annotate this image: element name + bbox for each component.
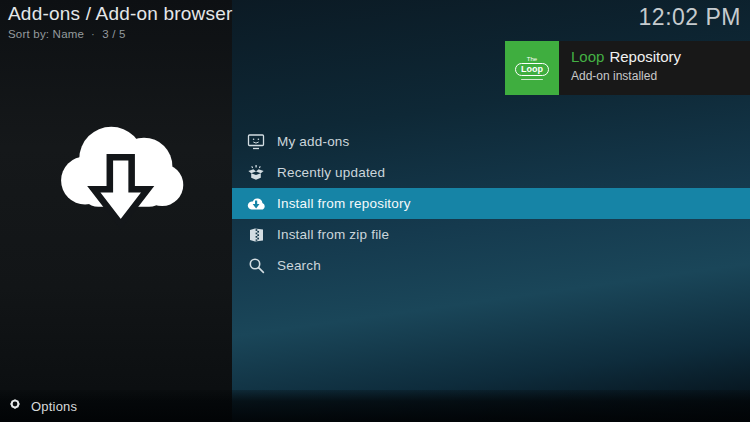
footer-bar: Options: [0, 390, 750, 422]
sort-status: Sort by: Name·3 / 5: [8, 28, 232, 40]
notification-toast: The Loop LoopRepository Add-on installed: [505, 41, 750, 95]
my-addons-monitor-icon: [246, 132, 266, 151]
menu-item-recently-updated[interactable]: Recently updated: [232, 157, 750, 188]
clock: 12:02 PM: [639, 4, 741, 31]
menu-item-label: Install from zip file: [277, 227, 389, 242]
install-repository-cloud-icon: [246, 194, 266, 213]
toast-subtitle: Add-on installed: [571, 69, 681, 83]
addon-browser-menu: My add-ons Recently updated: [232, 126, 750, 281]
options-label: Options: [31, 399, 77, 414]
cloud-download-icon: [40, 96, 200, 240]
sort-by-label: Sort by: Name: [8, 28, 84, 40]
menu-item-label: Install from repository: [277, 196, 411, 211]
header: Add-ons / Add-on browser Sort by: Name·3…: [8, 3, 232, 40]
menu-item-label: Recently updated: [277, 165, 385, 180]
search-icon: [246, 256, 266, 275]
options-button[interactable]: Options: [8, 397, 77, 415]
separator-dot: ·: [91, 28, 95, 40]
zip-file-icon: [246, 225, 266, 244]
menu-item-my-addons[interactable]: My add-ons: [232, 126, 750, 157]
menu-item-search[interactable]: Search: [232, 250, 750, 281]
logo-text-top: The: [527, 56, 537, 62]
menu-item-install-from-zip[interactable]: Install from zip file: [232, 219, 750, 250]
recently-updated-box-icon: [246, 163, 266, 182]
loop-repository-logo-icon: The Loop: [505, 41, 559, 95]
kodi-addon-browser-screen: Add-ons / Add-on browser Sort by: Name·3…: [0, 0, 750, 422]
toast-title-name: Loop: [571, 48, 604, 65]
logo-text-main: Loop: [515, 63, 549, 76]
menu-item-label: Search: [277, 258, 321, 273]
toast-title: LoopRepository: [571, 48, 681, 65]
toast-text: LoopRepository Add-on installed: [559, 41, 691, 95]
item-position: 3 / 5: [102, 28, 125, 40]
logo-squiggle: [521, 79, 543, 80]
menu-item-install-from-repository[interactable]: Install from repository: [232, 188, 750, 219]
page-title: Add-ons / Add-on browser: [8, 3, 232, 25]
menu-item-label: My add-ons: [277, 134, 350, 149]
toast-title-rest: Repository: [609, 48, 681, 65]
options-gear-icon: [8, 397, 22, 415]
